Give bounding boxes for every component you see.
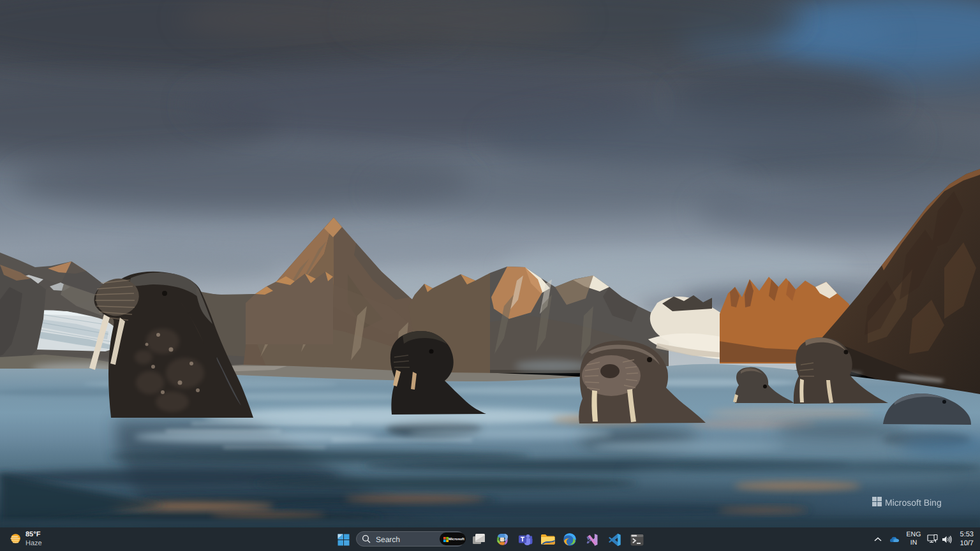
svg-text:Microsoft Bing: Microsoft Bing [885, 497, 942, 508]
